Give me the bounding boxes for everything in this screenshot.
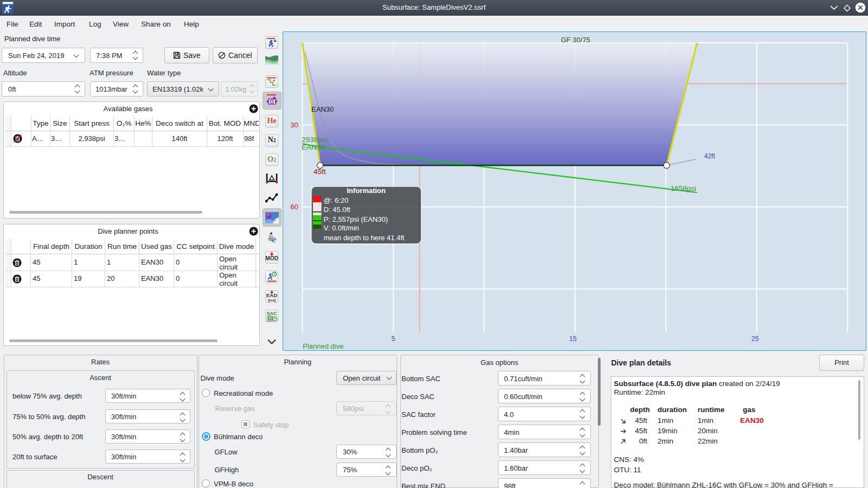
svg-text:1658psi: 1658psi	[671, 184, 696, 192]
svg-text:5: 5	[391, 335, 395, 343]
svg-text:42ft: 42ft	[704, 152, 716, 160]
svg-text:GF 30/75: GF 30/75	[561, 36, 590, 44]
svg-text:30: 30	[291, 121, 298, 129]
svg-text:EAN30: EAN30	[311, 105, 334, 113]
svg-text:15: 15	[569, 335, 577, 343]
svg-text:2938psi: 2938psi	[302, 136, 327, 144]
svg-text:@: 6:20: @: 6:20	[324, 196, 349, 204]
svg-text:D: 45.0ft: D: 45.0ft	[324, 206, 351, 214]
svg-text:45ft: 45ft	[314, 168, 326, 176]
svg-text:Information: Information	[347, 187, 386, 195]
svg-text:mean depth to here 41.4ft: mean depth to here 41.4ft	[324, 234, 405, 242]
svg-text:25: 25	[751, 335, 759, 343]
svg-text:P: 2,557psi (EAN30): P: 2,557psi (EAN30)	[324, 215, 388, 223]
svg-text:60: 60	[291, 203, 298, 211]
svg-text:Planned dive: Planned dive	[303, 342, 343, 350]
svg-text:V: 0.0ft/min: V: 0.0ft/min	[324, 224, 359, 232]
svg-text:EAN30: EAN30	[302, 143, 325, 151]
